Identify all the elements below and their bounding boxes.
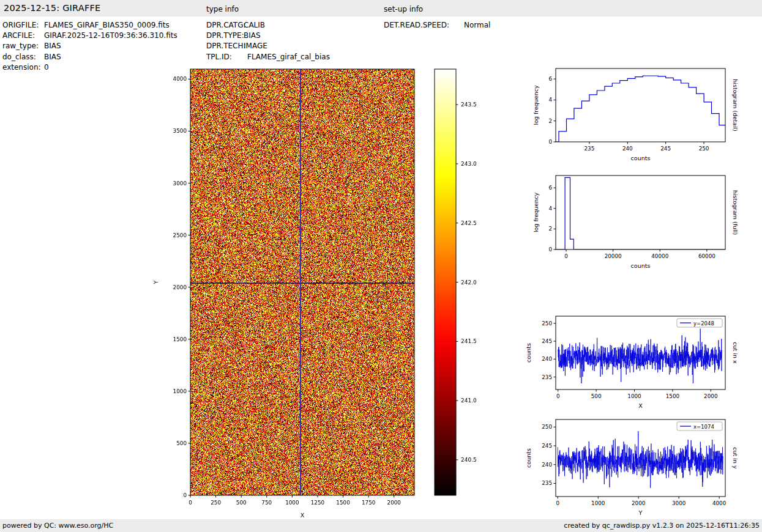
svg-text:counts: counts: [631, 262, 651, 269]
raw-type-label: raw_type:: [2, 41, 39, 51]
svg-text:2000: 2000: [387, 500, 402, 506]
header-bar: 2025-12-15: GIRAFFE type info set-up inf…: [0, 0, 762, 17]
extension-label: extension:: [2, 62, 41, 73]
det-read-speed-label: DET.READ.SPEED:: [384, 20, 449, 31]
svg-text:1000: 1000: [627, 393, 641, 399]
svg-text:x=1074: x=1074: [693, 424, 714, 430]
svg-text:6: 6: [548, 76, 552, 82]
svg-text:4000: 4000: [712, 500, 727, 506]
svg-text:242.5: 242.5: [461, 220, 477, 226]
svg-text:1000: 1000: [173, 388, 187, 394]
cut-in-x-plot: 0500100015002000235240245250Xcountscut i…: [521, 308, 747, 418]
svg-text:245: 245: [542, 443, 552, 449]
svg-text:1250: 1250: [311, 500, 325, 506]
svg-text:3500: 3500: [173, 128, 187, 134]
arcfile-label: ARCFILE:: [2, 31, 35, 41]
dpr-type-value: BIAS: [244, 31, 261, 41]
svg-text:250: 250: [211, 500, 221, 506]
svg-text:235: 235: [542, 480, 552, 486]
dpr-tech-value: IMAGE: [244, 41, 267, 51]
svg-text:2000: 2000: [632, 500, 646, 506]
raw-image-axes: 0250500750100012501500175020000500100015…: [144, 59, 433, 532]
svg-text:0: 0: [556, 393, 560, 399]
svg-text:0: 0: [183, 492, 187, 498]
colorbar: 240.5241.0241.5242.0242.5243.0243.5: [428, 59, 514, 532]
footer-right-text: created by qc_rawdisp.py v1.2.3 on 2025-…: [564, 522, 760, 530]
svg-text:243.0: 243.0: [461, 161, 477, 167]
svg-text:1750: 1750: [362, 500, 376, 506]
svg-text:40000: 40000: [651, 253, 668, 259]
svg-text:1000: 1000: [591, 500, 605, 506]
svg-text:245: 245: [542, 338, 552, 344]
histogram-full-plot: 02000040000600000246countslog frequencyh…: [521, 167, 747, 278]
svg-text:cut in y: cut in y: [732, 447, 739, 469]
svg-text:X: X: [301, 512, 305, 519]
svg-text:235: 235: [542, 374, 552, 380]
svg-text:2000: 2000: [704, 393, 718, 399]
qc-report-page: 2025-12-15: GIRAFFE type info set-up inf…: [0, 0, 762, 532]
svg-text:2000: 2000: [173, 284, 187, 290]
svg-text:235: 235: [585, 146, 595, 152]
svg-text:250: 250: [542, 320, 552, 327]
svg-text:1500: 1500: [173, 336, 187, 342]
svg-text:4: 4: [548, 205, 552, 212]
raw-type-value: BIAS: [44, 41, 61, 51]
svg-text:6: 6: [548, 185, 552, 191]
svg-text:500: 500: [236, 500, 247, 506]
svg-text:histogram (full): histogram (full): [732, 190, 739, 235]
extension-value: 0: [44, 62, 49, 73]
svg-text:counts: counts: [525, 448, 532, 468]
cut-in-y-plot: 01000200030004000235240245250Ycountscut …: [521, 411, 747, 525]
origfile-value: FLAMES_GIRAF_BIAS350_0009.fits: [44, 20, 170, 31]
svg-text:3000: 3000: [672, 500, 686, 506]
svg-text:60000: 60000: [698, 253, 715, 259]
svg-text:1500: 1500: [666, 393, 680, 399]
svg-text:0: 0: [556, 500, 559, 506]
page-title: 2025-12-15: GIRAFFE: [4, 3, 100, 13]
svg-text:X: X: [638, 402, 643, 409]
raw-image-chart: 0250500750100012501500175020000500100015…: [144, 59, 433, 532]
svg-text:240: 240: [542, 356, 552, 362]
svg-text:4: 4: [548, 97, 552, 103]
do-class-value: BIAS: [44, 52, 61, 62]
svg-text:240: 240: [622, 146, 633, 152]
dpr-catg-value: CALIB: [244, 20, 265, 31]
svg-text:2: 2: [548, 118, 552, 124]
svg-text:241.0: 241.0: [461, 397, 477, 404]
svg-text:243.5: 243.5: [461, 102, 477, 108]
svg-text:cut in x: cut in x: [732, 342, 739, 364]
do-class-label: do_class:: [2, 52, 36, 62]
svg-text:histogram (detail): histogram (detail): [732, 79, 739, 131]
svg-text:0: 0: [548, 139, 552, 145]
det-read-speed-value: Normal: [464, 20, 490, 31]
dpr-tech-label: DPR.TECH:: [206, 41, 246, 51]
setup-info-heading: set-up info: [384, 5, 423, 13]
footer-bar: powered by QC: www.eso.org/HC created by…: [0, 519, 762, 532]
svg-text:Y: Y: [152, 280, 159, 284]
svg-text:250: 250: [699, 146, 709, 152]
svg-text:240.5: 240.5: [461, 457, 477, 463]
svg-text:0: 0: [564, 253, 568, 259]
svg-text:241.5: 241.5: [461, 338, 477, 344]
svg-text:3000: 3000: [173, 180, 187, 187]
origfile-label: ORIGFILE:: [2, 20, 39, 31]
svg-text:4000: 4000: [173, 76, 187, 82]
svg-text:counts: counts: [525, 343, 532, 363]
svg-text:Y: Y: [638, 509, 643, 516]
dpr-type-label: DPR.TYPE:: [206, 31, 244, 41]
svg-text:2: 2: [548, 226, 552, 232]
svg-text:1000: 1000: [285, 500, 299, 506]
svg-text:1500: 1500: [336, 500, 350, 506]
svg-text:counts: counts: [631, 155, 651, 161]
footer-left-text: powered by QC: www.eso.org/HC: [2, 522, 113, 530]
svg-text:20000: 20000: [605, 253, 622, 259]
type-info-heading: type info: [206, 5, 239, 13]
arcfile-value: GIRAF.2025-12-16T09:36:36.310.fits: [44, 31, 177, 41]
svg-text:750: 750: [261, 500, 272, 506]
svg-text:242.0: 242.0: [461, 279, 477, 286]
svg-text:log frequency: log frequency: [532, 193, 539, 233]
svg-text:250: 250: [542, 424, 552, 430]
svg-text:y=2048: y=2048: [693, 320, 714, 327]
svg-text:500: 500: [176, 440, 187, 446]
svg-text:log frequency: log frequency: [532, 85, 539, 125]
